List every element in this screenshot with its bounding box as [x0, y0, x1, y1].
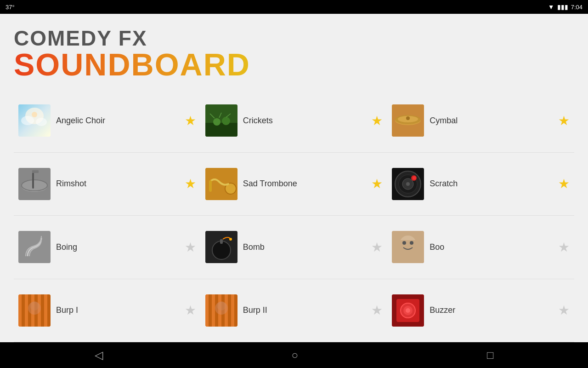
status-bar: 37° ▼ ▮▮▮ 7:04 — [0, 0, 588, 14]
svg-point-41 — [402, 241, 406, 245]
thumb-cymbal — [392, 104, 424, 137]
thumb-bomb — [205, 231, 237, 263]
sound-item-scratch[interactable]: Scratch★ — [387, 153, 574, 216]
sound-item-crickets[interactable]: Crickets★ — [201, 89, 388, 153]
thumb-angelic-choir — [18, 104, 51, 137]
svg-point-57 — [406, 308, 410, 313]
sound-name-rimshot: Rimshot — [56, 179, 181, 189]
favorite-btn-boo[interactable]: ★ — [558, 240, 570, 255]
back-button[interactable]: ◁ — [81, 344, 117, 366]
svg-point-42 — [410, 241, 413, 245]
svg-point-47 — [30, 301, 39, 310]
wifi-icon: ▼ — [548, 3, 554, 11]
favorite-btn-burp-2[interactable]: ★ — [371, 303, 383, 318]
svg-point-52 — [217, 301, 226, 310]
favorite-btn-boing[interactable]: ★ — [185, 240, 196, 255]
thumb-boo — [392, 231, 424, 263]
svg-point-3 — [36, 118, 47, 126]
app-title-line1: COMEDY FX — [14, 28, 574, 49]
sound-name-burp-1: Burp I — [56, 305, 181, 315]
sound-item-burp-2[interactable]: Burp II★ — [201, 279, 388, 343]
main-content: COMEDY FX SOUNDBOARD Angelic Choir★Crick… — [0, 14, 588, 342]
navigation-bar: ◁ ○ □ — [0, 342, 588, 368]
recents-button[interactable]: □ — [473, 344, 508, 366]
favorite-btn-angelic-choir[interactable]: ★ — [185, 113, 196, 128]
sound-grid: Angelic Choir★Crickets★Cymbal★Rimshot★Sa… — [14, 89, 574, 342]
thumb-crickets — [205, 104, 237, 137]
thumb-buzzer — [392, 294, 424, 327]
thumb-scratch — [392, 168, 424, 200]
favorite-btn-burp-1[interactable]: ★ — [185, 303, 196, 318]
thumb-sad-trombone — [205, 168, 237, 200]
favorite-btn-crickets[interactable]: ★ — [371, 113, 383, 128]
sound-item-angelic-choir[interactable]: Angelic Choir★ — [14, 89, 201, 153]
app-header: COMEDY FX SOUNDBOARD — [14, 28, 574, 80]
favorite-btn-rimshot[interactable]: ★ — [185, 176, 196, 191]
svg-point-31 — [413, 176, 416, 180]
thumb-boing — [18, 231, 51, 263]
sound-item-bomb[interactable]: Bomb★ — [201, 216, 388, 279]
sound-item-rimshot[interactable]: Rimshot★ — [14, 153, 201, 216]
sound-name-sad-trombone: Sad Trombone — [243, 179, 368, 189]
svg-point-36 — [229, 238, 232, 241]
favorite-btn-bomb[interactable]: ★ — [371, 240, 383, 255]
sound-name-scratch: Scratch — [430, 179, 554, 189]
sound-name-crickets: Crickets — [243, 116, 368, 126]
status-icons: ▼ ▮▮▮ 7:04 — [548, 3, 582, 11]
svg-rect-21 — [32, 170, 39, 173]
svg-point-19 — [22, 180, 47, 191]
svg-rect-20 — [32, 172, 34, 189]
time-display: 7:04 — [571, 4, 582, 11]
sound-name-boo: Boo — [430, 242, 554, 252]
svg-rect-24 — [209, 180, 212, 192]
battery-icon: ▮▮▮ — [557, 3, 568, 11]
temperature-display: 37° — [6, 4, 15, 11]
favorite-btn-sad-trombone[interactable]: ★ — [371, 176, 383, 191]
sound-item-buzzer[interactable]: Buzzer★ — [387, 279, 574, 343]
thumb-rimshot — [18, 168, 51, 200]
svg-point-16 — [406, 116, 410, 120]
sound-item-cymbal[interactable]: Cymbal★ — [387, 89, 574, 153]
svg-point-29 — [406, 182, 410, 186]
svg-point-8 — [222, 117, 230, 125]
app-title-line2: SOUNDBOARD — [14, 49, 574, 80]
sound-item-burp-1[interactable]: Burp I★ — [14, 279, 201, 343]
thumb-burp-2 — [205, 294, 237, 327]
home-button[interactable]: ○ — [278, 344, 312, 366]
svg-rect-35 — [220, 239, 223, 244]
svg-point-2 — [21, 116, 34, 125]
sound-item-boo[interactable]: Boo★ — [387, 216, 574, 279]
sound-name-buzzer: Buzzer — [430, 305, 554, 315]
favorite-btn-cymbal[interactable]: ★ — [558, 113, 570, 128]
svg-rect-6 — [205, 123, 237, 137]
sound-name-bomb: Bomb — [243, 242, 368, 252]
thumb-burp-1 — [18, 294, 51, 327]
favorite-btn-buzzer[interactable]: ★ — [558, 303, 570, 318]
sound-name-cymbal: Cymbal — [430, 116, 554, 126]
svg-rect-40 — [399, 240, 417, 255]
svg-point-7 — [213, 118, 220, 126]
sound-name-boing: Boing — [56, 242, 181, 252]
sound-item-boing[interactable]: Boing★ — [14, 216, 201, 279]
favorite-btn-scratch[interactable]: ★ — [558, 176, 570, 191]
sound-name-angelic-choir: Angelic Choir — [56, 116, 181, 126]
sound-item-sad-trombone[interactable]: Sad Trombone★ — [201, 153, 388, 216]
sound-name-burp-2: Burp II — [243, 305, 368, 315]
svg-point-4 — [32, 112, 37, 117]
